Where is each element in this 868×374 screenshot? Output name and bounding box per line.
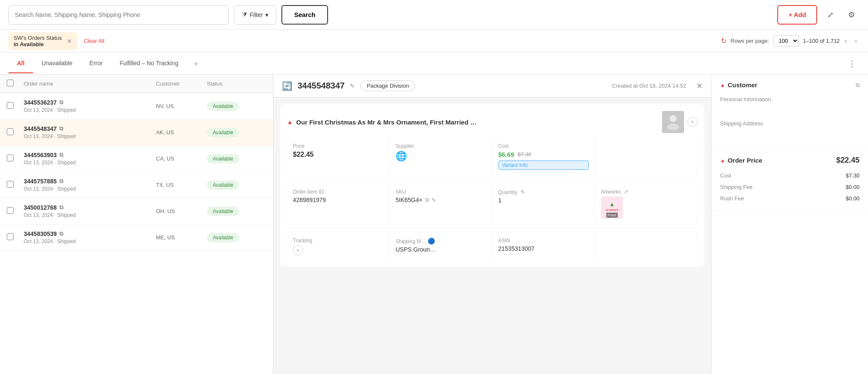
order-sync-icon: 🔄 bbox=[282, 81, 292, 91]
product-image bbox=[662, 111, 684, 133]
pagination-range: 1–100 of 1,712 bbox=[803, 38, 840, 44]
close-detail-button[interactable]: ✕ bbox=[696, 81, 703, 91]
cost-value: $7.30 bbox=[846, 172, 860, 179]
row-checkbox[interactable] bbox=[7, 155, 14, 161]
customer-location: ME, US bbox=[156, 234, 207, 241]
supplier-icon: 🌐 bbox=[395, 151, 486, 162]
order-price-title: ▲ Order Price bbox=[720, 157, 762, 164]
detail-order-id: 3445548347 bbox=[298, 81, 345, 91]
prev-page-button[interactable]: ‹ bbox=[842, 36, 849, 46]
select-all-checkbox[interactable] bbox=[7, 80, 14, 86]
copy-icon[interactable]: ⧉ bbox=[59, 230, 63, 237]
copy-icon[interactable]: ⧉ bbox=[59, 178, 63, 185]
order-row[interactable]: 3445830539 ⧉ Oct 13, 2024 · Shipped ME, … bbox=[0, 224, 273, 251]
order-row[interactable]: 3450012768 ⧉ Oct 13, 2024 · Shipped OH, … bbox=[0, 198, 273, 224]
quantity-edit-icon[interactable]: ✎ bbox=[520, 189, 525, 195]
detail-panel: 🔄 3445548347 ✎ Package Division Created … bbox=[273, 75, 711, 374]
add-button[interactable]: + Add bbox=[777, 5, 817, 25]
product-title: Our First Christmas As Mr & Mrs Ornament… bbox=[296, 119, 659, 126]
supplier-label: Supplier bbox=[395, 143, 486, 149]
gear-icon[interactable]: ⚙ bbox=[843, 7, 860, 23]
search-input[interactable] bbox=[8, 5, 229, 25]
rows-per-page-label: Rows per page: bbox=[731, 38, 769, 44]
row-checkbox[interactable] bbox=[7, 207, 14, 214]
customer-copy-button[interactable]: ⧉ bbox=[856, 82, 860, 89]
top-bar: ⧩ Filter ▾ Search + Add ⤢ ⚙ bbox=[0, 0, 868, 30]
customer-collapse-button[interactable]: ▲ bbox=[720, 82, 725, 88]
search-button[interactable]: Search bbox=[281, 5, 328, 25]
add-tracking-button[interactable]: ＋ bbox=[293, 245, 303, 255]
row-checkbox[interactable] bbox=[7, 102, 14, 109]
order-price-collapse-button[interactable]: ▲ bbox=[720, 158, 725, 163]
svg-text:ornament: ornament bbox=[606, 208, 618, 211]
add-item-button[interactable]: ＋ bbox=[687, 117, 698, 127]
tab-fulfilled-no-tracking[interactable]: Fulfilled – No Tracking bbox=[111, 54, 187, 73]
copy-icon[interactable]: ⧉ bbox=[59, 152, 63, 158]
copy-icon[interactable]: ⧉ bbox=[59, 204, 63, 211]
filter-tag-close[interactable]: ✕ bbox=[67, 38, 72, 44]
rush-fee-value: $0.00 bbox=[846, 195, 860, 202]
svg-text:🎄: 🎄 bbox=[610, 202, 614, 207]
package-division-badge[interactable]: Package Division bbox=[360, 80, 415, 91]
filter-icon: ⧩ bbox=[242, 11, 247, 18]
filter-button[interactable]: ⧩ Filter ▾ bbox=[234, 5, 276, 25]
expand-icon[interactable]: ⤢ bbox=[822, 7, 838, 23]
artwork-thumbnail: 🎄 ornament Front bbox=[601, 197, 623, 219]
tab-unavailable[interactable]: Unavailable bbox=[33, 54, 81, 73]
collapse-product-button[interactable]: ▲ bbox=[287, 119, 293, 125]
quantity-field: Quantity ✎ 1 bbox=[492, 185, 595, 223]
order-row[interactable]: 3445548347 ⧉ Oct 13, 2024 · Shipped AK, … bbox=[0, 119, 273, 146]
personal-info-label: Personal Information bbox=[720, 96, 771, 103]
tab-all[interactable]: All bbox=[8, 54, 33, 73]
sku-label: SKU bbox=[395, 189, 486, 195]
status-header: Status bbox=[207, 80, 266, 87]
artworks-external-icon[interactable]: ↗ bbox=[624, 189, 628, 195]
product-fields-row1: Price $22.45 Supplier 🌐 Cost $6.69 $7.30… bbox=[287, 139, 698, 174]
next-page-button[interactable]: › bbox=[852, 36, 860, 46]
status-badge: Available bbox=[207, 154, 239, 163]
edit-icon[interactable]: ✎ bbox=[350, 82, 355, 90]
cost-field: Cost $6.69 $7.30 Variant Info bbox=[492, 139, 595, 174]
add-tab-button[interactable]: ＋ bbox=[187, 55, 205, 72]
tracking-label: Tracking bbox=[293, 238, 383, 244]
shipping-fee-value: $0.00 bbox=[846, 184, 860, 190]
copy-icon[interactable]: ⧉ bbox=[59, 99, 63, 106]
order-number: 3445548347 ⧉ bbox=[24, 125, 156, 132]
right-panel: ▲ Customer ⧉ Personal Information Shippi… bbox=[711, 75, 868, 374]
order-meta: Oct 13, 2024 · Shipped bbox=[24, 212, 156, 218]
shipping-fee-row: Shipping Fee $0.00 bbox=[720, 181, 860, 193]
refresh-icon[interactable]: ↻ bbox=[721, 37, 726, 45]
svg-point-2 bbox=[667, 124, 679, 130]
status-badge: Available bbox=[207, 207, 239, 216]
filter-tag-label: SW's Orders Status in Available bbox=[14, 35, 62, 47]
tab-error[interactable]: Error bbox=[81, 54, 111, 73]
order-row[interactable]: 3445563903 ⧉ Oct 13, 2024 · Shipped CA, … bbox=[0, 146, 273, 172]
more-options-button[interactable]: ⋮ bbox=[844, 55, 860, 72]
order-row[interactable]: 3445536237 ⧉ Oct 13, 2024 · Shipped NV, … bbox=[0, 93, 273, 119]
order-row[interactable]: 3445757885 ⧉ Oct 13, 2024 · Shipped TX, … bbox=[0, 172, 273, 198]
rows-per-page-select[interactable]: 100 50 200 bbox=[773, 35, 799, 47]
row-checkbox[interactable] bbox=[7, 233, 14, 240]
quantity-label: Quantity ✎ bbox=[498, 189, 589, 195]
variant-info-button[interactable]: Variant Info bbox=[498, 161, 589, 170]
status-badge: Available bbox=[207, 128, 239, 137]
product-card: ▲ Our First Christmas As Mr & Mrs Orname… bbox=[280, 104, 704, 266]
sku-edit-icon[interactable]: ✎ bbox=[431, 197, 436, 203]
status-badge: Available bbox=[207, 180, 239, 190]
sku-field: SKU 5IK65G4× ⧉ ✎ bbox=[389, 185, 492, 223]
sku-copy-icon[interactable]: ⧉ bbox=[425, 197, 429, 203]
shipping-method-value: USPS Groun… bbox=[395, 246, 486, 253]
shipping-address-row: Shipping Address bbox=[720, 118, 860, 129]
product-fields-row3: Tracking ＋ Shipping M… 🔵 USPS Groun… ASI… bbox=[287, 228, 698, 260]
copy-icon[interactable]: ⧉ bbox=[59, 125, 63, 132]
detail-header: 🔄 3445548347 ✎ Package Division Created … bbox=[273, 75, 711, 97]
clear-all-button[interactable]: Clear All bbox=[84, 38, 104, 44]
order-number: 3445563903 ⧉ bbox=[24, 152, 156, 158]
list-header: Order name Customer Status bbox=[0, 75, 273, 93]
status-badge: Available bbox=[207, 233, 239, 242]
row-checkbox[interactable] bbox=[7, 128, 14, 135]
row-checkbox[interactable] bbox=[7, 181, 14, 188]
cost-extra bbox=[595, 139, 698, 174]
order-item-id-field: Order Item ID 4289891979 bbox=[287, 185, 389, 223]
shipping-fee-label: Shipping Fee bbox=[720, 184, 753, 190]
